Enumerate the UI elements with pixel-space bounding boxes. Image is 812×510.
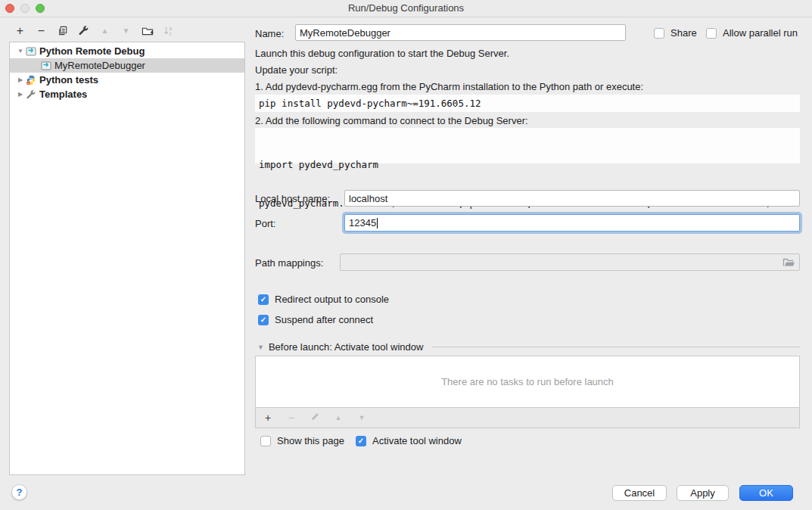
move-up-button[interactable]: ▲: [98, 24, 111, 37]
redirect-output-checkbox[interactable]: ✓ Redirect output to console: [258, 294, 389, 305]
before-launch-label: Before launch: Activate tool window: [269, 341, 424, 353]
add-configuration-button[interactable]: +: [14, 24, 26, 37]
local-host-name-label: Local host name:: [255, 193, 330, 204]
remove-task-button[interactable]: −: [286, 412, 297, 423]
show-this-page-label: Show this page: [277, 435, 344, 446]
text-caret: [377, 218, 378, 229]
local-host-name-input[interactable]: [344, 190, 800, 207]
port-label: Port:: [255, 218, 275, 229]
section-divider: [432, 347, 800, 347]
window-title: Run/Debug Configurations: [0, 0, 812, 17]
zoom-window-button[interactable]: [36, 4, 45, 13]
move-down-button[interactable]: ▼: [120, 24, 132, 37]
templates-wrench-icon: [25, 89, 36, 100]
task-list-toolbar: + − ▲ ▼: [255, 407, 800, 428]
question-mark-icon: ?: [17, 487, 23, 498]
chevron-down-icon[interactable]: ▼: [16, 48, 25, 54]
triangle-down-icon: ▼: [359, 414, 366, 421]
path-mappings-label: Path mappings:: [255, 257, 323, 269]
sort-az-icon: az: [163, 25, 174, 36]
settrace-code-line1: import pydevd_pycharm: [259, 158, 800, 171]
no-tasks-text: There are no tasks to run before launch: [441, 376, 614, 387]
task-down-button[interactable]: ▼: [356, 412, 367, 423]
task-up-button[interactable]: ▲: [333, 412, 344, 423]
show-this-page-checkbox[interactable]: Show this page: [260, 435, 344, 446]
pip-install-code: pip install pydevd-pycharm~=191.6605.12: [255, 95, 800, 112]
checkbox-unchecked-icon[interactable]: [706, 28, 717, 39]
tree-item-label: MyRemoteDebugger: [54, 60, 145, 71]
activate-tool-window-label: Activate tool window: [372, 435, 462, 446]
edit-task-button[interactable]: [310, 412, 320, 423]
checkbox-checked-icon[interactable]: ✓: [356, 436, 366, 446]
svg-text:z: z: [169, 30, 171, 36]
suspend-after-connect-label: Suspend after connect: [275, 314, 373, 325]
configurations-toolbar: + − ▲ ▼ az: [14, 23, 175, 38]
remote-debug-config-icon: [40, 61, 51, 71]
pencil-icon: [310, 412, 320, 424]
before-launch-task-list[interactable]: There are no tasks to run before launch: [255, 356, 800, 408]
browse-folder-icon[interactable]: [782, 257, 795, 270]
suspend-after-connect-checkbox[interactable]: ✓ Suspend after connect: [258, 314, 373, 325]
allow-parallel-run-checkbox[interactable]: Allow parallel run: [706, 27, 798, 39]
plus-icon: +: [265, 412, 271, 424]
minus-icon: −: [288, 412, 294, 424]
name-label: Name:: [255, 28, 284, 39]
minus-icon: −: [38, 24, 45, 37]
tree-item-label: Templates: [39, 89, 87, 100]
update-script-text: Update your script:: [255, 64, 338, 76]
close-window-button[interactable]: [5, 4, 14, 13]
copy-icon: [57, 25, 68, 36]
tree-item-templates[interactable]: ▶ Templates: [10, 87, 244, 101]
new-folder-icon: [142, 25, 154, 36]
edit-templates-button[interactable]: [77, 24, 90, 37]
python-tests-icon: [25, 75, 36, 86]
checkbox-checked-icon[interactable]: ✓: [258, 294, 269, 305]
tree-item-myremotedebugger[interactable]: MyRemoteDebugger: [10, 58, 244, 73]
cancel-button[interactable]: Cancel: [612, 485, 667, 501]
new-folder-button[interactable]: [141, 24, 154, 37]
copy-configuration-button[interactable]: [56, 24, 69, 37]
remote-debug-config-icon: [25, 46, 36, 57]
intro-text: Launch this debug configuration to start…: [255, 48, 509, 59]
before-launch-section-header[interactable]: ▼ Before launch: Activate tool window: [257, 341, 800, 353]
minimize-window-button[interactable]: [20, 4, 30, 13]
configurations-tree: ▼ Python Remote Debug MyRemoteDebugger ▶…: [9, 42, 245, 475]
activate-tool-window-checkbox[interactable]: ✓ Activate tool window: [356, 435, 462, 446]
port-input[interactable]: 12345: [344, 214, 800, 232]
triangle-up-icon: ▲: [101, 24, 109, 37]
tree-item-label: Python Remote Debug: [39, 45, 145, 57]
tree-item-python-remote-debug[interactable]: ▼ Python Remote Debug: [10, 44, 244, 58]
apply-button[interactable]: Apply: [677, 485, 729, 501]
chevron-right-icon[interactable]: ▶: [16, 91, 25, 98]
collapse-triangle-icon[interactable]: ▼: [257, 344, 264, 351]
step2-text: 2. Add the following command to connect …: [255, 115, 528, 126]
path-mappings-input[interactable]: [340, 253, 800, 271]
run-debug-configurations-dialog: Run/Debug Configurations + − ▲ ▼ az ▼ Py…: [0, 0, 812, 510]
help-button[interactable]: ?: [11, 484, 27, 500]
add-task-button[interactable]: +: [263, 412, 273, 423]
tree-item-python-tests[interactable]: ▶ Python tests: [10, 73, 244, 87]
step1-text: 1. Add pydevd-pycharm.egg from the PyCha…: [255, 81, 643, 92]
redirect-output-label: Redirect output to console: [275, 294, 389, 305]
settrace-code: import pydevd_pycharm pydevd_pycharm.set…: [255, 128, 800, 163]
wrench-icon: [78, 25, 89, 36]
share-label: Share: [670, 27, 697, 39]
plus-icon: +: [17, 24, 23, 37]
checkbox-unchecked-icon[interactable]: [654, 28, 664, 39]
allow-parallel-run-label: Allow parallel run: [723, 27, 798, 39]
checkbox-checked-icon[interactable]: ✓: [258, 315, 269, 325]
port-value: 12345: [349, 217, 376, 229]
name-input[interactable]: [295, 24, 626, 41]
checkbox-unchecked-icon[interactable]: [260, 436, 271, 446]
title-bar: Run/Debug Configurations: [0, 0, 812, 17]
triangle-up-icon: ▲: [335, 414, 342, 421]
tree-item-label: Python tests: [39, 74, 98, 86]
ok-button[interactable]: OK: [739, 485, 793, 501]
share-checkbox[interactable]: Share: [654, 27, 697, 39]
remove-configuration-button[interactable]: −: [35, 24, 48, 37]
chevron-right-icon[interactable]: ▶: [16, 76, 25, 83]
triangle-down-icon: ▼: [123, 24, 130, 37]
sort-configurations-button[interactable]: az: [162, 24, 175, 37]
